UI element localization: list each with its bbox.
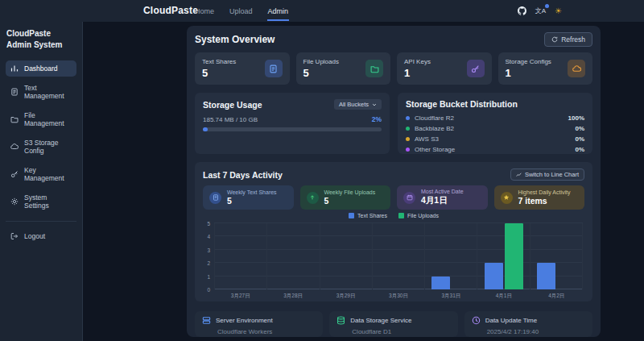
sidebar: CloudPaste Admin System Dashboard Text M…	[0, 22, 83, 341]
gear-icon	[10, 198, 19, 206]
bar-chart-icon	[10, 64, 19, 73]
bucket-distribution-title: Storage Bucket Distribution	[406, 99, 584, 109]
storage-usage-text: 185.74 MB / 10 GB	[203, 116, 258, 123]
database-icon	[336, 316, 345, 325]
legend-item[interactable]: File Uploads	[398, 213, 439, 218]
bucket-label: AWS S3	[415, 135, 575, 143]
chart-bar-group	[477, 223, 530, 289]
legend-label: Text Shares	[357, 213, 387, 218]
info-card-label: Data Storage Service	[350, 317, 411, 324]
document-icon	[209, 192, 221, 204]
sidebar-item-label: Key Management	[24, 166, 72, 182]
cloud-icon	[10, 143, 19, 151]
language-glyph: 文A	[535, 7, 546, 15]
chart-bar-group	[267, 223, 320, 289]
bucket-color-dot	[406, 148, 410, 152]
chart-bar	[505, 223, 523, 289]
mini-card-value: 5	[227, 196, 277, 206]
stat-cards-row: Text Shares 5 File Uploads 5 API Keys 1 …	[195, 52, 592, 85]
server-icon	[202, 316, 211, 325]
x-axis-label: 3月28日	[266, 293, 319, 300]
chevron-down-icon	[372, 102, 377, 107]
bucket-filter-value: All Buckets	[339, 101, 369, 108]
mini-card-weekly-file-uploads: Weekly File Uploads 5	[300, 185, 391, 210]
info-card-value: Cloudflare D1	[352, 328, 450, 335]
x-axis-label: 3月31日	[425, 293, 477, 300]
refresh-icon	[551, 36, 558, 43]
stat-value: 1	[404, 67, 431, 79]
sidebar-item-logout[interactable]: Logout	[6, 228, 76, 244]
folder-icon	[365, 60, 383, 77]
bucket-distribution-list: Cloudflare R2 100% Backblaze B2 0% AWS S…	[406, 113, 584, 155]
nav-links: Home Upload Admin	[194, 0, 289, 22]
theme-sun-icon[interactable]: ☀	[555, 7, 562, 15]
sidebar-item-s3-storage-config[interactable]: S3 Storage Config	[6, 135, 76, 159]
sidebar-divider	[6, 221, 76, 222]
mini-card-label: Highest Daily Activity	[518, 189, 571, 195]
info-card-server-environment: Server Environment Cloudflare Workers	[195, 311, 323, 337]
sidebar-item-label: File Management	[24, 111, 72, 127]
brand-logo[interactable]: CloudPaste	[143, 5, 198, 16]
stat-value: 5	[303, 67, 339, 79]
globe-dot-icon	[545, 4, 549, 8]
legend-item[interactable]: Text Shares	[349, 213, 387, 218]
list-item: Backblaze B2 0%	[406, 123, 584, 134]
legend-label: File Uploads	[407, 213, 439, 218]
bucket-percent: 0%	[575, 146, 584, 153]
mini-card-value: 5	[324, 196, 376, 206]
logout-icon	[10, 232, 19, 240]
chart-bar-group	[530, 223, 583, 289]
bucket-label: Other Storage	[415, 146, 575, 153]
bucket-percent: 0%	[575, 135, 584, 143]
switch-chart-button[interactable]: Switch to Line Chart	[510, 168, 584, 181]
storage-progress-fill	[203, 127, 208, 131]
sidebar-item-system-settings[interactable]: System Settings	[6, 189, 76, 214]
bucket-color-dot	[406, 127, 410, 131]
stat-value: 1	[506, 67, 551, 79]
list-item: Cloudflare R2 100%	[406, 113, 584, 123]
top-navbar: CloudPaste Home Upload Admin 文A ☀	[0, 0, 644, 22]
mini-card-most-active-date: Most Active Date 4月1日	[397, 185, 488, 210]
sidebar-item-text-management[interactable]: Text Management	[6, 80, 76, 104]
github-icon[interactable]	[518, 6, 526, 15]
sidebar-item-label: Dashboard	[24, 64, 58, 73]
activity-title: Last 7 Days Activity	[203, 170, 283, 180]
document-icon	[10, 88, 19, 96]
bucket-filter-select[interactable]: All Buckets	[334, 99, 382, 110]
star-icon	[501, 192, 513, 204]
y-axis-label: 5	[207, 221, 210, 227]
activity-bar-chart: Text SharesFile Uploads 012345 3月27日3月28…	[203, 214, 584, 300]
chart-legend: Text SharesFile Uploads	[203, 213, 584, 218]
language-icon[interactable]: 文A	[535, 6, 546, 15]
stat-label: API Keys	[404, 58, 431, 65]
chart-bar-group	[320, 223, 373, 289]
calendar-icon	[403, 192, 415, 204]
info-card-label: Server Environment	[216, 317, 273, 324]
chart-bar-group	[373, 223, 425, 289]
stat-label: File Uploads	[303, 58, 339, 65]
sidebar-item-file-management[interactable]: File Management	[6, 107, 76, 131]
mini-card-highest-daily-activity: Highest Daily Activity 7 items	[494, 185, 585, 210]
mini-card-label: Weekly File Uploads	[324, 189, 376, 195]
cloud-icon	[568, 60, 585, 77]
chart-plot	[214, 223, 583, 289]
key-icon	[467, 60, 485, 77]
activity-card: Last 7 Days Activity Switch to Line Char…	[195, 162, 592, 301]
chart-bar	[537, 263, 555, 289]
sidebar-title: CloudPaste Admin System	[6, 28, 76, 51]
nav-link-upload[interactable]: Upload	[229, 2, 254, 21]
sidebar-item-dashboard[interactable]: Dashboard	[6, 60, 76, 77]
line-chart-icon	[516, 172, 522, 177]
nav-link-home[interactable]: Home	[194, 2, 215, 21]
refresh-button[interactable]: Refresh	[544, 32, 592, 47]
mini-card-value: 7 items	[518, 196, 571, 206]
stat-label: Text Shares	[202, 58, 236, 65]
y-axis-label: 1	[207, 273, 210, 279]
upload-icon	[307, 192, 319, 204]
stat-label: Storage Configs	[506, 58, 551, 65]
refresh-label: Refresh	[561, 35, 585, 44]
nav-link-admin[interactable]: Admin	[267, 2, 290, 21]
stat-card-text-shares: Text Shares 5	[195, 52, 290, 85]
sidebar-item-key-management[interactable]: Key Management	[6, 162, 76, 186]
storage-usage-card: Storage Usage All Buckets 185.74 MB / 10…	[195, 93, 390, 154]
